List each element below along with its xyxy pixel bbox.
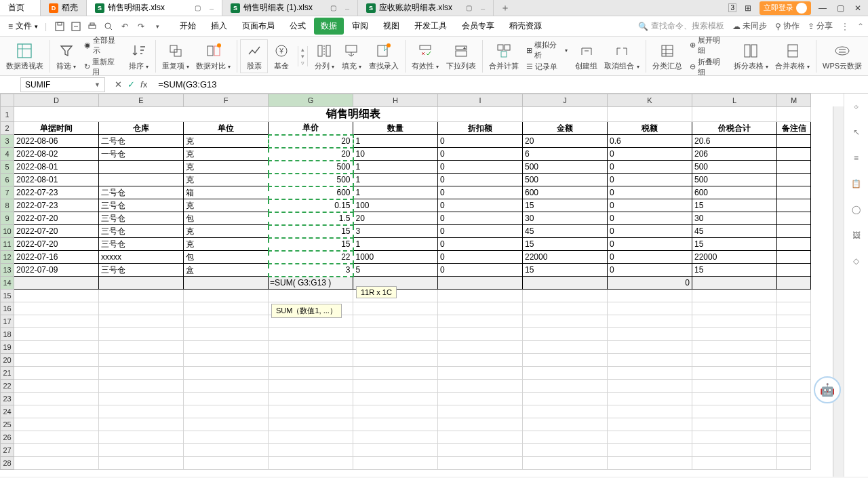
- cell[interactable]: 2022-07-23: [14, 186, 99, 199]
- cell[interactable]: 1.5: [269, 212, 353, 225]
- cell[interactable]: [14, 444, 99, 457]
- cell[interactable]: 0: [438, 212, 523, 225]
- col-header-I[interactable]: I: [438, 94, 523, 107]
- cancel-formula-button[interactable]: ✕: [115, 79, 122, 89]
- preview-icon[interactable]: [102, 20, 115, 33]
- cell[interactable]: [14, 328, 99, 341]
- cell[interactable]: [608, 431, 692, 444]
- tab-workbook-1[interactable]: S 销售明细表.xlsx ▢ –: [87, 0, 222, 16]
- row-header-5[interactable]: 5: [1, 161, 14, 174]
- row-header-13[interactable]: 13: [1, 264, 14, 277]
- cell[interactable]: [99, 315, 184, 328]
- row-header-23[interactable]: 23: [1, 393, 14, 405]
- cell[interactable]: [777, 277, 811, 290]
- cell[interactable]: [523, 277, 608, 290]
- cell[interactable]: [184, 405, 269, 418]
- name-box[interactable]: SUMIF ▼: [20, 77, 105, 92]
- cell[interactable]: [99, 405, 184, 418]
- cell[interactable]: [777, 135, 811, 148]
- cell[interactable]: [184, 315, 269, 328]
- lookup-button[interactable]: 查找录入: [365, 40, 405, 73]
- cell[interactable]: [777, 380, 811, 393]
- tool-location-icon[interactable]: ◇: [849, 254, 864, 268]
- col-header-D[interactable]: D: [14, 94, 99, 107]
- cell[interactable]: [692, 328, 777, 341]
- cell[interactable]: [269, 367, 353, 380]
- cell[interactable]: 2022-08-06: [14, 135, 99, 148]
- cell[interactable]: [608, 341, 692, 354]
- cell[interactable]: 15: [523, 238, 608, 251]
- sort-button[interactable]: 排序 ▾: [125, 40, 156, 73]
- cell[interactable]: [523, 354, 608, 367]
- cell[interactable]: [438, 380, 523, 393]
- close-icon[interactable]: –: [481, 4, 485, 12]
- cell[interactable]: [692, 277, 777, 290]
- cell[interactable]: [14, 290, 99, 302]
- login-button[interactable]: 立即登录: [760, 1, 811, 15]
- cell[interactable]: [99, 277, 184, 290]
- cell[interactable]: [438, 354, 523, 367]
- cell[interactable]: [269, 418, 353, 431]
- cell[interactable]: 20: [353, 212, 438, 225]
- cell[interactable]: 0: [608, 264, 692, 277]
- cell[interactable]: [14, 457, 99, 470]
- consolidate-button[interactable]: 合并计算: [486, 40, 522, 73]
- cell[interactable]: 2022-07-20: [14, 225, 99, 238]
- cell[interactable]: [438, 405, 523, 418]
- cell[interactable]: [523, 393, 608, 405]
- print-icon[interactable]: [86, 20, 98, 33]
- cell[interactable]: [777, 148, 811, 161]
- cell[interactable]: [692, 367, 777, 380]
- filter-button[interactable]: 筛选 ▾: [53, 40, 80, 73]
- col-header-M[interactable]: M: [777, 94, 811, 107]
- cell[interactable]: [438, 328, 523, 341]
- tab-devtools[interactable]: 开发工具: [408, 18, 454, 35]
- col-header-G[interactable]: G: [269, 94, 353, 107]
- formula-input[interactable]: =SUM(G3:G13: [154, 79, 868, 89]
- tab-menu-icon[interactable]: ▢: [195, 4, 201, 12]
- cell[interactable]: [777, 341, 811, 354]
- tab-menu-icon[interactable]: ▢: [330, 4, 336, 12]
- cell[interactable]: 包: [184, 251, 269, 264]
- cell[interactable]: [523, 328, 608, 341]
- cell[interactable]: [14, 302, 99, 315]
- row-header-26[interactable]: 26: [1, 431, 14, 444]
- dropdown-button[interactable]: 下拉列表: [442, 40, 482, 73]
- cell[interactable]: 206: [692, 148, 777, 161]
- close-icon[interactable]: –: [345, 4, 349, 12]
- cell[interactable]: 包: [184, 212, 269, 225]
- cell[interactable]: xxxxx: [99, 251, 184, 264]
- cell[interactable]: [692, 393, 777, 405]
- cell[interactable]: [608, 354, 692, 367]
- cell[interactable]: 500: [269, 161, 353, 174]
- cell[interactable]: 600: [692, 186, 777, 199]
- cell[interactable]: [353, 444, 438, 457]
- cell[interactable]: [99, 341, 184, 354]
- cell[interactable]: [353, 418, 438, 431]
- cell[interactable]: [269, 328, 353, 341]
- cell[interactable]: 0: [438, 161, 523, 174]
- cell[interactable]: 2022-08-02: [14, 148, 99, 161]
- cell[interactable]: 克: [184, 225, 269, 238]
- cell[interactable]: 20: [269, 148, 353, 161]
- col-header-E[interactable]: E: [99, 94, 184, 107]
- tool-style-icon[interactable]: ⟐: [849, 99, 864, 114]
- cell[interactable]: 15: [269, 225, 353, 238]
- cell[interactable]: [777, 251, 811, 264]
- cell[interactable]: [184, 328, 269, 341]
- cell[interactable]: [692, 302, 777, 315]
- cell[interactable]: [777, 418, 811, 431]
- cell[interactable]: 0: [438, 174, 523, 186]
- cell[interactable]: [14, 418, 99, 431]
- cell[interactable]: [608, 302, 692, 315]
- cell[interactable]: [184, 431, 269, 444]
- cell[interactable]: [608, 290, 692, 302]
- tab-workbook-2[interactable]: S 销售明细表 (1).xlsx ▢ –: [222, 0, 358, 16]
- cell[interactable]: [184, 302, 269, 315]
- cell[interactable]: [99, 174, 184, 186]
- cell[interactable]: [353, 341, 438, 354]
- cell[interactable]: [184, 380, 269, 393]
- cell[interactable]: [99, 393, 184, 405]
- cell[interactable]: 2022-07-09: [14, 264, 99, 277]
- cell[interactable]: 2022-08-01: [14, 174, 99, 186]
